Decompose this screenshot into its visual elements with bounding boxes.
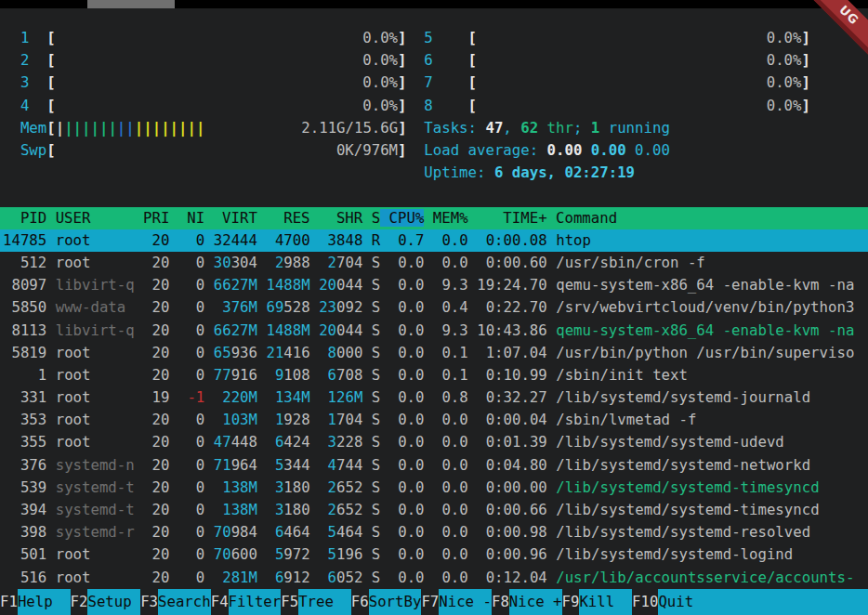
fnkey-f7[interactable]: F7 xyxy=(421,589,439,615)
fnkey-f6[interactable]: F6 xyxy=(351,589,369,615)
virt-cell: 71 xyxy=(214,456,231,474)
res-cell: 9 xyxy=(275,366,283,384)
fnbutton-filter[interactable]: Filter xyxy=(229,589,282,615)
time-cell: 0:10.99 xyxy=(477,366,547,384)
fnbutton-kill[interactable]: Kill xyxy=(579,589,632,615)
fnkey-f3[interactable]: F3 xyxy=(140,589,158,615)
nice-cell: 0 xyxy=(178,321,204,339)
res-cell: 4700 xyxy=(275,231,310,249)
command-cell: /lib/systemd/systemd-logind xyxy=(556,545,793,563)
pid-cell: 5819 xyxy=(3,344,46,361)
cpu-pct-cell: 0.0 xyxy=(389,478,425,496)
process-row-pid-8113[interactable]: 8113 libvirt-q 20 0 6627M 1488M 20044 S … xyxy=(0,320,868,342)
fnbutton-tree[interactable]: Tree xyxy=(298,589,351,615)
process-row-pid-516[interactable]: 516 root 20 0 281M 6912 6052 S 0.0 0.0 0… xyxy=(0,567,868,589)
fnbutton-setup[interactable]: Setup xyxy=(87,589,140,615)
mem-pct-cell: 0.0 xyxy=(433,545,468,563)
virt-cell: 103M xyxy=(222,411,257,428)
pri-cell: 20 xyxy=(143,366,169,384)
state-cell: S xyxy=(372,545,380,563)
fnkey-f4[interactable]: F4 xyxy=(211,589,229,615)
state-cell: S xyxy=(372,523,380,541)
res-cell: 2 xyxy=(275,254,283,271)
process-row-pid-5819[interactable]: 5819 root 20 0 65936 21416 8000 S 0.0 0.… xyxy=(0,342,868,364)
command-cell: /sbin/lvmetad -f xyxy=(556,411,696,428)
process-row-pid-512[interactable]: 512 root 20 0 30304 2988 2704 S 0.0 0.0 … xyxy=(0,252,868,274)
command-cell: /lib/systemd/systemd-resolved xyxy=(556,523,810,541)
state-cell: S xyxy=(372,501,380,518)
virt-cell: 138M xyxy=(222,501,257,518)
process-row-pid-353[interactable]: 353 root 20 0 103M 1928 1704 S 0.0 0.0 0… xyxy=(0,409,868,431)
nice-cell: 0 xyxy=(178,569,204,586)
user-cell: root xyxy=(56,545,135,563)
pri-cell: 20 xyxy=(143,298,169,316)
command-cell: /lib/systemd/systemd-networkd xyxy=(556,456,810,474)
fnbutton-search[interactable]: Search xyxy=(158,589,211,615)
mem-pct-cell: 0.8 xyxy=(433,388,468,406)
res-cell: 6 xyxy=(275,569,283,586)
cpu-pct-cell: 0.7 xyxy=(389,231,425,249)
fnbutton-help[interactable]: Help xyxy=(18,589,71,615)
fnkey-f10[interactable]: F10 xyxy=(632,589,658,615)
process-row-pid-398[interactable]: 398 systemd-r 20 0 70984 6464 5464 S 0.0… xyxy=(0,521,868,543)
fnbutton-sortby[interactable]: SortBy xyxy=(369,589,422,615)
state-cell: S xyxy=(372,388,380,406)
pri-cell: 20 xyxy=(143,321,169,339)
process-table-header[interactable]: PID USER PRI NI VIRT RES SHR S CPU% MEM%… xyxy=(0,207,868,229)
window-tab-fragment[interactable] xyxy=(87,0,175,8)
uptime-line: Uptime: 6 days, 02:27:19 xyxy=(424,162,810,184)
process-row-pid-5850[interactable]: 5850 www-data 20 0 376M 69528 23092 S 0.… xyxy=(0,296,868,319)
process-row-pid-8097[interactable]: 8097 libvirt-q 20 0 6627M 1488M 20044 S … xyxy=(0,274,868,296)
terminal-content: 1 [ 0.0%] 2 [ 0.0%] 3 [ 0.0%] 4 [ 0.0%] … xyxy=(0,8,868,615)
fnkey-f1[interactable]: F1 xyxy=(0,589,18,615)
mem-pct-cell: 0.0 xyxy=(433,231,468,249)
process-row-pid-394[interactable]: 394 systemd-t 20 0 138M 3180 2652 S 0.0 … xyxy=(0,499,868,521)
user-cell: root xyxy=(56,388,135,406)
fnkey-f8[interactable]: F8 xyxy=(492,589,509,615)
pri-cell: 20 xyxy=(143,344,169,361)
meter-bar: | xyxy=(117,119,125,137)
pid-cell: 5850 xyxy=(3,298,46,316)
fnkey-f9[interactable]: F9 xyxy=(562,589,580,615)
process-row-pid-539[interactable]: 539 systemd-t 20 0 138M 3180 2652 S 0.0 … xyxy=(0,477,868,499)
process-row-pid-331[interactable]: 331 root 19 -1 220M 134M 126M S 0.0 0.8 … xyxy=(0,386,868,409)
meter-bar: | xyxy=(135,119,143,137)
mem-pct-cell: 9.3 xyxy=(433,276,468,294)
nice-cell: 0 xyxy=(178,276,204,294)
time-cell: 0:00.66 xyxy=(477,501,547,518)
process-row-pid-355[interactable]: 355 root 20 0 47448 6424 3228 S 0.0 0.0 … xyxy=(0,431,868,453)
virt-cell: 281M xyxy=(222,569,257,586)
fnbutton-nice-[interactable]: Nice - xyxy=(439,589,492,615)
virt-cell: 220M xyxy=(222,388,257,406)
fnkey-f2[interactable]: F2 xyxy=(71,589,88,615)
process-row-pid-1[interactable]: 1 root 20 0 77916 9108 6708 S 0.0 0.1 0:… xyxy=(0,364,868,386)
fnkey-f5[interactable]: F5 xyxy=(281,589,298,615)
pri-cell: 20 xyxy=(143,545,169,563)
shr-cell: 126M xyxy=(328,388,363,406)
fnbar-filler xyxy=(693,589,868,615)
user-cell: root xyxy=(56,254,135,271)
pid-cell: 1 xyxy=(3,366,46,384)
mem-pct-cell: 0.0 xyxy=(433,569,468,586)
meter-bar: | xyxy=(108,119,116,137)
meter-bar: | xyxy=(152,119,161,137)
fnbutton-quit[interactable]: Quit xyxy=(658,589,693,615)
cpu-pct-cell: 0.0 xyxy=(389,411,425,428)
mem-pct-cell: 0.0 xyxy=(433,523,468,541)
process-row-pid-376[interactable]: 376 systemd-n 20 0 71964 5344 4744 S 0.0… xyxy=(0,454,868,477)
tasks-status-line: Tasks: 47, 62 thr; 1 running xyxy=(424,117,810,139)
state-cell: S xyxy=(372,456,380,474)
cpu-pct-cell: 0.0 xyxy=(389,545,425,563)
process-row-pid-14785[interactable]: 14785 root 20 0 32444 4700 3848 R 0.7 0.… xyxy=(0,229,868,252)
shr-cell: 2 xyxy=(328,501,336,518)
pid-cell: 539 xyxy=(3,478,46,496)
meter-bar: | xyxy=(64,119,72,137)
shr-cell: 2 xyxy=(328,254,336,271)
time-cell: 0:00.98 xyxy=(477,523,547,541)
cpu-pct-cell: 0.0 xyxy=(389,321,425,339)
process-row-pid-501[interactable]: 501 root 20 0 70600 5972 5196 S 0.0 0.0 … xyxy=(0,543,868,566)
user-cell: systemd-r xyxy=(56,523,135,541)
command-cell: /sbin/init text xyxy=(556,366,688,384)
pri-cell: 20 xyxy=(143,276,169,294)
fnbutton-nice-[interactable]: Nice + xyxy=(509,589,562,615)
